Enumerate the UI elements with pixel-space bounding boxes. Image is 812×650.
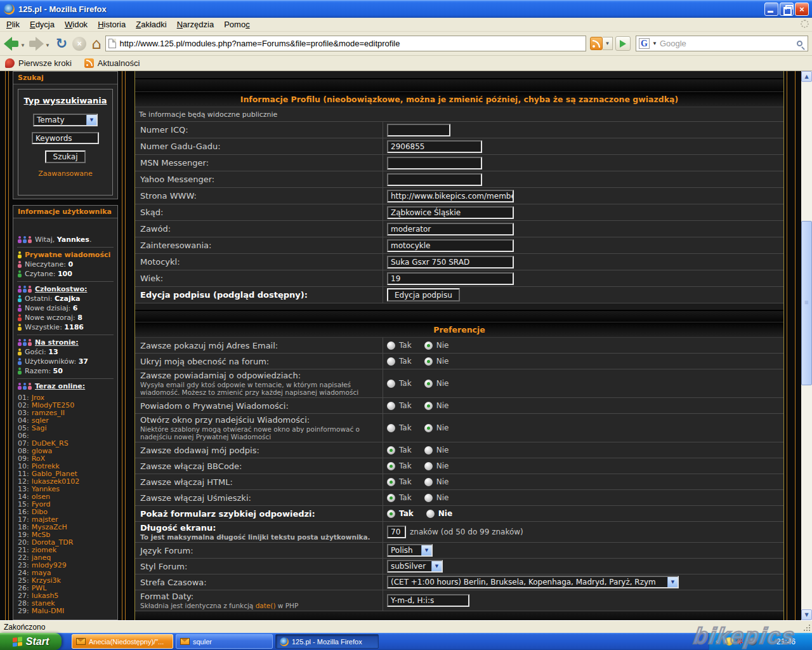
radio-yes-selected[interactable] [387, 478, 395, 486]
date-function-link[interactable]: date() [256, 602, 276, 609]
radio-no-selected[interactable] [424, 380, 433, 388]
online-user-link[interactable]: Malu-DMI [32, 607, 64, 615]
restore-button[interactable] [780, 3, 794, 16]
select-arrow-icon[interactable]: ▼ [86, 115, 96, 125]
menu-pomoc[interactable]: Pomoc [219, 18, 254, 30]
radio-yes[interactable] [387, 357, 395, 366]
radio-yes[interactable] [387, 342, 395, 350]
scrollbar-thumb[interactable] [801, 221, 812, 385]
vertical-scrollbar[interactable]: ▲ ▼ [801, 71, 812, 620]
radio-no-selected[interactable] [424, 424, 433, 432]
radio-no[interactable] [424, 478, 433, 486]
search-icon[interactable] [797, 41, 802, 46]
url-text: http://www.125.pl/modules.php?name=Forum… [120, 39, 400, 48]
back-button[interactable]: ▼ [4, 39, 27, 49]
resize-grip[interactable] [803, 624, 811, 632]
menu-historia[interactable]: Historia [93, 18, 131, 30]
select-arrow-icon[interactable]: ▼ [431, 561, 442, 571]
text-input[interactable]: Ząbkowice Śląskie [387, 206, 514, 219]
select-arrow-icon[interactable]: ▼ [667, 577, 678, 587]
radio-yes-selected[interactable] [387, 510, 395, 518]
scroll-up-button[interactable]: ▲ [801, 71, 812, 82]
date-format-input[interactable]: Y-m-d, H:i:s [387, 594, 469, 607]
menu-edycja[interactable]: Edycja [25, 18, 60, 30]
radio-no-selected[interactable] [424, 342, 433, 350]
back-arrow-icon [4, 39, 19, 49]
text-input[interactable]: 19 [387, 272, 514, 285]
preference-select[interactable]: (CET +1:00 hours) Berlin, Bruksela, Kope… [387, 576, 679, 588]
text-input[interactable] [387, 157, 482, 169]
taskbar-item[interactable]: 125.pl - Mozilla Firefox [275, 634, 379, 649]
preference-control-cell: (CET +1:00 hours) Berlin, Bruksela, Kope… [383, 574, 783, 590]
start-button[interactable]: Start [0, 633, 62, 650]
rss-feed-icon[interactable] [590, 37, 603, 50]
window-titlebar[interactable]: 125.pl - Mozilla Firefox × [0, 0, 812, 18]
text-input[interactable]: Suka Gsxr 750 SRAD [387, 256, 514, 269]
taskbar-item[interactable]: Anecia(Niedostępny)/"... [72, 634, 173, 649]
preference-row: Język Forum:Polish▼ [135, 543, 783, 559]
search-submit-button[interactable]: Szukaj [45, 150, 86, 163]
text-input[interactable] [387, 173, 482, 186]
radio-yes-selected[interactable] [387, 462, 395, 470]
menu-widok[interactable]: Widok [60, 18, 93, 30]
keywords-input[interactable]: Keywords [32, 132, 99, 144]
bookmark-item[interactable]: Pierwsze kroki [5, 58, 72, 68]
preference-subtext: To jest maksymalna długość linijki tekst… [140, 533, 377, 541]
radio-no[interactable] [426, 510, 435, 518]
on-site-title: Na stronie: [35, 338, 79, 347]
text-input[interactable]: moderator [387, 223, 514, 235]
online-user-link[interactable]: Sagi [32, 425, 47, 432]
membership-row: Wszystkie: 1186 [17, 322, 114, 332]
search-type-select[interactable]: Tematy ▼ [33, 114, 98, 126]
advanced-search-link[interactable]: Zaawansowane [38, 169, 93, 178]
scroll-down-button[interactable]: ▼ [801, 609, 812, 620]
on-site-row: Razem: 50 [17, 366, 114, 376]
text-input[interactable] [387, 124, 450, 136]
bookmark-item[interactable]: Aktualności [84, 58, 140, 68]
radio-no-selected[interactable] [424, 357, 433, 366]
radio-yes[interactable] [387, 380, 395, 388]
preference-select[interactable]: subSilver▼ [387, 560, 443, 573]
taskbar-item[interactable]: squler [176, 634, 273, 649]
forward-dropdown-icon[interactable]: ▼ [45, 43, 50, 48]
url-bar[interactable]: http://www.125.pl/modules.php?name=Forum… [105, 36, 586, 51]
home-button[interactable]: ⌂ [91, 36, 101, 51]
radio-no[interactable] [424, 462, 433, 470]
close-button[interactable]: × [795, 3, 809, 16]
radio-no[interactable] [424, 446, 433, 454]
text-input[interactable]: http://www.bikepics.com/member [387, 190, 514, 202]
page-border-line [125, 71, 126, 620]
table-band [135, 303, 783, 311]
text-input[interactable]: 2906855 [387, 140, 482, 153]
radio-yes[interactable] [387, 402, 395, 410]
radio-no-selected[interactable] [424, 402, 433, 410]
navigation-toolbar: ▼ ▼ ↻ × ⌂ http://www.125.pl/modules.php?… [0, 32, 812, 56]
radio-no[interactable] [424, 494, 433, 502]
select-value: subSilver [388, 562, 431, 571]
forward-button[interactable]: ▼ [29, 39, 52, 49]
radio-yes[interactable] [387, 424, 395, 432]
go-button[interactable] [615, 36, 631, 51]
menu-zakładki[interactable]: Zakładki [131, 18, 171, 30]
search-bar[interactable]: G ▼ Google [636, 36, 808, 51]
back-dropdown-icon[interactable]: ▼ [20, 43, 25, 48]
select-arrow-icon[interactable]: ▼ [421, 545, 431, 555]
online-user-number: 29: [18, 607, 29, 615]
screen-length-input[interactable]: 70 [387, 526, 406, 538]
menu-narzędzia[interactable]: Narzędzia [172, 18, 219, 30]
search-engine-dropdown-icon[interactable]: ▼ [652, 41, 657, 46]
radio-yes-selected[interactable] [387, 446, 395, 454]
radio-yes-selected[interactable] [387, 494, 395, 502]
preference-control-cell: TakNie [383, 398, 783, 413]
preference-select[interactable]: Polish▼ [387, 544, 433, 557]
menu-plik[interactable]: Plik [1, 18, 25, 30]
google-icon[interactable]: G [639, 38, 650, 49]
text-input[interactable]: motocykle [387, 239, 514, 252]
minimize-button[interactable] [764, 3, 778, 16]
stop-button[interactable]: × [72, 37, 86, 51]
preference-control-cell: Polish▼ [383, 543, 783, 558]
signature-edit-button[interactable]: Edycja podpisu [387, 288, 460, 302]
preference-control-cell: 70znaków (od 50 do 99 znaków) [383, 522, 783, 542]
reload-button[interactable]: ↻ [56, 36, 67, 51]
url-dropdown-button[interactable]: ▼ [603, 37, 613, 50]
